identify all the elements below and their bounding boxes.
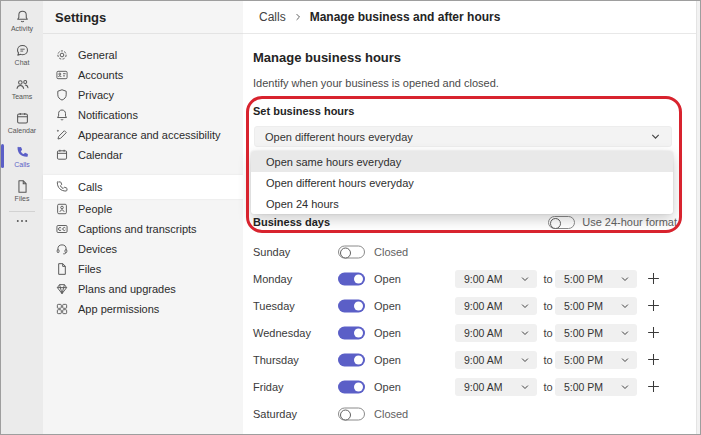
rail-item-activity[interactable]: Activity — [1, 3, 43, 37]
start-time-dropdown[interactable]: 9:00 AM — [455, 324, 537, 342]
scrollbar-track[interactable] — [696, 1, 700, 434]
rail-item-files[interactable]: Files — [1, 173, 43, 207]
day-open-toggle[interactable] — [338, 299, 365, 312]
rail-item-calls[interactable]: Calls — [1, 139, 43, 173]
settings-title: Settings — [55, 10, 106, 25]
more-icon — [15, 214, 29, 232]
business-day-row-friday: FridayOpen9:00 AMto5:00 PM — [253, 373, 683, 400]
sidebar-item-calendar[interactable]: Calendar — [43, 145, 243, 165]
chevron-right-icon — [293, 12, 303, 22]
day-open-toggle[interactable] — [338, 326, 365, 339]
day-state-label: Open — [374, 300, 401, 312]
day-open-toggle[interactable] — [338, 380, 365, 393]
end-time-dropdown[interactable]: 5:00 PM — [555, 270, 637, 288]
day-open-toggle[interactable] — [338, 272, 365, 285]
chevron-down-icon — [520, 355, 530, 365]
sidebar-item-captions-and-transcripts[interactable]: Captions and transcripts — [43, 219, 243, 239]
sidebar-item-files[interactable]: Files — [43, 259, 243, 279]
dropdown-option-open-same-hours-everyday[interactable]: Open same hours everyday — [251, 151, 673, 172]
sidebar-item-label: Appearance and accessibility — [78, 129, 220, 141]
chevron-down-icon — [520, 382, 530, 392]
end-time-value: 5:00 PM — [564, 300, 603, 312]
chevron-down-icon — [650, 131, 661, 142]
sidebar-item-plans-and-upgrades[interactable]: Plans and upgrades — [43, 279, 243, 299]
end-time-value: 5:00 PM — [564, 381, 603, 393]
day-open-toggle[interactable] — [338, 245, 365, 258]
sidebar-item-accounts[interactable]: Accounts — [43, 65, 243, 85]
page-description: Identify when your business is opened an… — [253, 77, 499, 89]
end-time-dropdown[interactable]: 5:00 PM — [555, 351, 637, 369]
add-hours-button[interactable] — [645, 352, 661, 368]
sidebar-item-label: Calls — [78, 181, 102, 193]
sidebar-item-label: Devices — [78, 243, 117, 255]
dropdown-option-open-different-hours-everyday[interactable]: Open different hours everyday — [251, 172, 673, 193]
add-hours-button[interactable] — [645, 271, 661, 287]
chevron-down-icon — [620, 274, 630, 284]
sidebar-item-privacy[interactable]: Privacy — [43, 85, 243, 105]
bell-icon — [55, 108, 69, 122]
business-hours-dropdown[interactable]: Open different hours everyday — [254, 126, 672, 147]
teams-icon — [15, 77, 30, 92]
sidebar-item-app-permissions[interactable]: App permissions — [43, 299, 243, 319]
end-time-dropdown[interactable]: 5:00 PM — [555, 297, 637, 315]
start-time-dropdown[interactable]: 9:00 AM — [455, 351, 537, 369]
end-time-dropdown[interactable]: 5:00 PM — [555, 324, 637, 342]
plus-icon — [647, 380, 660, 393]
day-name-label: Tuesday — [253, 300, 295, 312]
business-day-row-tuesday: TuesdayOpen9:00 AMto5:00 PM — [253, 292, 683, 319]
business-days-row: Business days Use 24-hour format — [253, 213, 677, 231]
plus-icon — [647, 272, 660, 285]
24-hour-format-toggle[interactable] — [548, 216, 575, 229]
business-day-row-saturday: SaturdayClosed — [253, 400, 683, 427]
dropdown-selected-value: Open different hours everyday — [265, 131, 413, 143]
day-name-label: Monday — [253, 273, 292, 285]
sidebar-item-devices[interactable]: Devices — [43, 239, 243, 259]
sidebar-item-label: Plans and upgrades — [78, 283, 176, 295]
business-hours-dropdown-menu: Open same hours everydayOpen different h… — [251, 151, 673, 214]
dropdown-option-open-24-hours[interactable]: Open 24 hours — [251, 193, 673, 214]
day-state-label: Closed — [374, 246, 408, 258]
cc-icon — [55, 222, 69, 236]
sidebar-item-notifications[interactable]: Notifications — [43, 105, 243, 125]
phone-icon — [15, 145, 30, 160]
to-separator-label: to — [540, 354, 556, 366]
start-time-dropdown[interactable]: 9:00 AM — [455, 297, 537, 315]
to-separator-label: to — [540, 273, 556, 285]
sidebar-item-label: Accounts — [78, 69, 123, 81]
breadcrumb: Calls Manage business and after hours — [243, 1, 700, 34]
rail-item-calendar[interactable]: Calendar — [1, 105, 43, 139]
breadcrumb-calls-link[interactable]: Calls — [259, 10, 286, 24]
sidebar-item-calls[interactable]: Calls — [43, 175, 243, 199]
start-time-dropdown[interactable]: 9:00 AM — [455, 378, 537, 396]
day-open-toggle[interactable] — [338, 407, 365, 420]
rail-item-teams[interactable]: Teams — [1, 71, 43, 105]
start-time-dropdown[interactable]: 9:00 AM — [455, 270, 537, 288]
business-day-row-wednesday: WednesdayOpen9:00 AMto5:00 PM — [253, 319, 683, 346]
end-time-dropdown[interactable]: 5:00 PM — [555, 378, 637, 396]
chevron-down-icon — [520, 301, 530, 311]
plus-icon — [647, 299, 660, 312]
more-apps-button[interactable] — [1, 212, 43, 234]
chat-icon — [15, 43, 30, 58]
teams-settings-window: ActivityChatTeamsCalendarCallsFiles Sett… — [0, 0, 701, 435]
sidebar-item-appearance-and-accessibility[interactable]: Appearance and accessibility — [43, 125, 243, 145]
rail-item-chat[interactable]: Chat — [1, 37, 43, 71]
business-days-label: Business days — [253, 216, 330, 228]
day-name-label: Friday — [253, 381, 284, 393]
add-hours-button[interactable] — [645, 379, 661, 395]
day-name-label: Sunday — [253, 246, 290, 258]
sidebar-item-people[interactable]: People — [43, 199, 243, 219]
start-time-value: 9:00 AM — [464, 381, 503, 393]
day-state-label: Open — [374, 381, 401, 393]
calendar-icon — [15, 111, 30, 126]
shield-icon — [55, 88, 69, 102]
add-hours-button[interactable] — [645, 298, 661, 314]
sidebar-item-general[interactable]: General — [43, 45, 243, 65]
day-name-label: Thursday — [253, 354, 299, 366]
app-rail: ActivityChatTeamsCalendarCallsFiles — [1, 1, 43, 434]
gear-icon — [55, 48, 69, 62]
sidebar-item-label: App permissions — [78, 303, 159, 315]
day-open-toggle[interactable] — [338, 353, 365, 366]
add-hours-button[interactable] — [645, 325, 661, 341]
sidebar-item-label: Privacy — [78, 89, 114, 101]
